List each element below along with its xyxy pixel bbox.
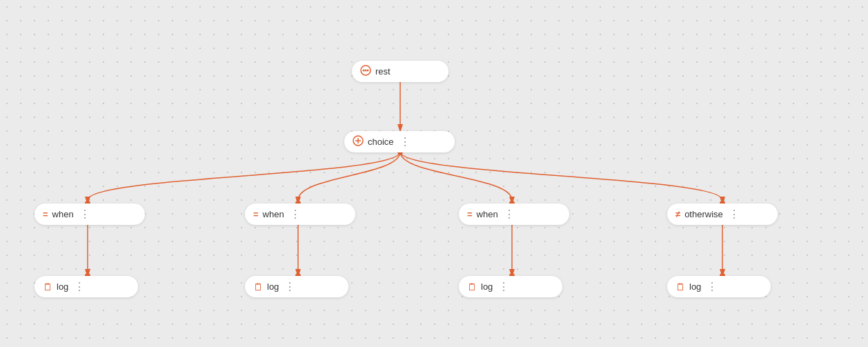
log2-icon: 🗒 xyxy=(253,281,263,293)
when1-label: when xyxy=(52,209,74,219)
svg-point-26 xyxy=(367,70,369,72)
rest-label: rest xyxy=(375,66,391,77)
otherwise-menu[interactable]: ⋮ xyxy=(727,208,741,221)
when2-operator: = xyxy=(253,209,259,219)
log3-icon: 🗒 xyxy=(467,281,477,293)
log1-label: log xyxy=(57,281,68,292)
when2-label: when xyxy=(263,209,284,219)
when3-menu[interactable]: ⋮ xyxy=(502,208,516,221)
when2-node[interactable]: = when ⋮ xyxy=(245,204,355,225)
choice-node[interactable]: choice ⋮ xyxy=(344,131,455,152)
rest-node[interactable]: rest xyxy=(352,61,448,82)
when1-menu[interactable]: ⋮ xyxy=(78,208,92,221)
log1-menu[interactable]: ⋮ xyxy=(72,280,86,293)
log3-menu[interactable]: ⋮ xyxy=(497,280,511,293)
log4-node[interactable]: 🗒 log ⋮ xyxy=(667,276,771,297)
svg-point-25 xyxy=(365,70,367,72)
log4-label: log xyxy=(689,281,701,292)
log4-icon: 🗒 xyxy=(675,281,685,293)
when3-operator: = xyxy=(467,209,473,219)
log2-label: log xyxy=(267,281,279,292)
log2-menu[interactable]: ⋮ xyxy=(283,280,297,293)
log3-label: log xyxy=(481,281,493,292)
when3-node[interactable]: = when ⋮ xyxy=(459,204,569,225)
otherwise-node[interactable]: ≠ otherwise ⋮ xyxy=(667,204,778,225)
choice-menu[interactable]: ⋮ xyxy=(398,135,412,148)
choice-icon xyxy=(353,135,364,148)
when1-node[interactable]: = when ⋮ xyxy=(34,204,145,225)
when1-operator: = xyxy=(43,209,48,219)
log3-node[interactable]: 🗒 log ⋮ xyxy=(459,276,562,297)
svg-point-24 xyxy=(363,70,365,72)
when3-label: when xyxy=(477,209,498,219)
rest-icon xyxy=(360,65,371,78)
log2-node[interactable]: 🗒 log ⋮ xyxy=(245,276,348,297)
otherwise-operator: ≠ xyxy=(675,209,680,219)
log1-icon: 🗒 xyxy=(43,281,52,293)
when2-menu[interactable]: ⋮ xyxy=(288,208,302,221)
log1-node[interactable]: 🗒 log ⋮ xyxy=(34,276,138,297)
choice-label: choice xyxy=(368,137,394,147)
log4-menu[interactable]: ⋮ xyxy=(705,280,719,293)
otherwise-label: otherwise xyxy=(684,209,723,219)
